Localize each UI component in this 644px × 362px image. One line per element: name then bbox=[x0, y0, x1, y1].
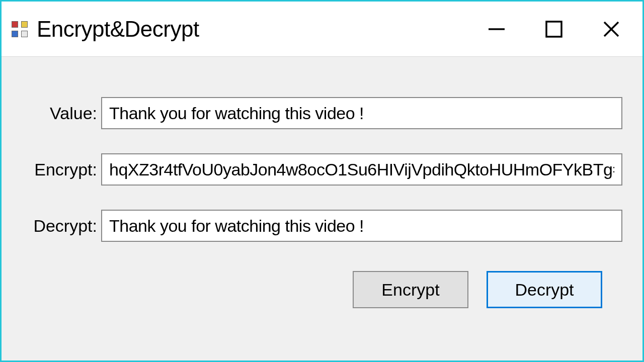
button-row: Encrypt Decrypt bbox=[22, 271, 622, 308]
close-icon bbox=[602, 20, 620, 38]
encrypt-input[interactable] bbox=[101, 153, 622, 186]
minimize-button[interactable] bbox=[486, 18, 508, 40]
encrypt-button[interactable]: Encrypt bbox=[353, 271, 468, 308]
maximize-button[interactable] bbox=[543, 18, 565, 40]
window-title: Encrypt&Decrypt bbox=[37, 17, 486, 42]
maximize-icon bbox=[545, 21, 562, 38]
encrypt-label: Encrypt: bbox=[22, 160, 101, 179]
svg-rect-1 bbox=[546, 22, 561, 37]
window-controls bbox=[486, 18, 632, 40]
app-icon bbox=[12, 21, 28, 37]
minimize-icon bbox=[488, 20, 506, 38]
titlebar: Encrypt&Decrypt bbox=[2, 2, 642, 57]
client-area: Value: Encrypt: Decrypt: Encrypt Decrypt bbox=[2, 57, 642, 360]
encrypt-row: Encrypt: bbox=[22, 153, 622, 186]
app-window: Encrypt&Decrypt Value: bbox=[0, 0, 644, 362]
value-row: Value: bbox=[22, 97, 622, 129]
value-input[interactable] bbox=[101, 97, 622, 129]
value-label: Value: bbox=[22, 104, 101, 123]
decrypt-row: Decrypt: bbox=[22, 210, 622, 242]
close-button[interactable] bbox=[600, 18, 622, 40]
decrypt-button[interactable]: Decrypt bbox=[487, 271, 602, 308]
decrypt-input[interactable] bbox=[101, 210, 622, 242]
decrypt-label: Decrypt: bbox=[22, 216, 101, 236]
